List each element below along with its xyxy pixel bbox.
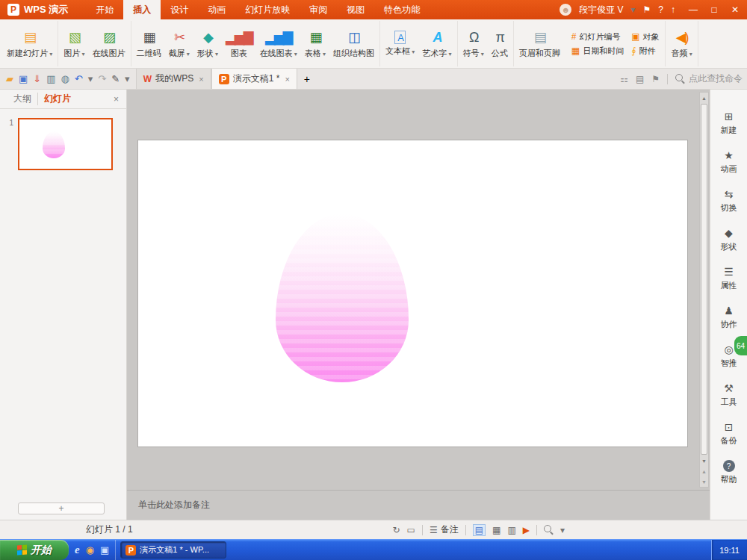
canvas-scrollbar[interactable] bbox=[699, 92, 709, 488]
start-button[interactable]: 开始 bbox=[0, 540, 69, 560]
ribbon-button[interactable]: 图片 bbox=[60, 26, 88, 61]
explorer-icon[interactable] bbox=[100, 544, 109, 556]
document-tab[interactable]: 演示文稿1 * bbox=[211, 69, 297, 89]
ribbon-button[interactable]: 新建幻灯片 bbox=[3, 26, 56, 61]
document-tab[interactable]: 我的WPS bbox=[136, 69, 211, 89]
screen-icon[interactable] bbox=[407, 525, 415, 535]
uptop-icon[interactable] bbox=[671, 4, 675, 15]
maximize-icon[interactable] bbox=[704, 0, 725, 19]
sidebar-item[interactable]: 切换 bbox=[721, 188, 737, 227]
caret-down-icon[interactable] bbox=[125, 73, 130, 84]
redo-icon[interactable] bbox=[98, 73, 106, 84]
sidebar-item[interactable]: 动画 bbox=[721, 149, 737, 188]
sidebar-item[interactable]: 帮助 bbox=[721, 460, 737, 499]
reading-view-icon[interactable] bbox=[507, 525, 515, 535]
slide-canvas[interactable] bbox=[138, 140, 687, 447]
share-icon[interactable] bbox=[620, 74, 628, 84]
save-icon[interactable] bbox=[19, 73, 28, 84]
ribbon-button[interactable]: 附件 bbox=[631, 46, 659, 57]
ribbon-button[interactable]: 音频 bbox=[667, 26, 695, 61]
command-search[interactable]: 点此查找命令 bbox=[675, 72, 743, 85]
play-icon[interactable] bbox=[523, 525, 530, 535]
next-slide-icon[interactable] bbox=[700, 476, 708, 487]
skin-icon[interactable] bbox=[643, 4, 651, 15]
egg-shape[interactable] bbox=[276, 214, 409, 382]
menu-tab[interactable]: 审阅 bbox=[300, 0, 337, 19]
notes-bar[interactable]: 单击此处添加备注 bbox=[127, 490, 710, 520]
scroll-up-icon[interactable] bbox=[700, 93, 708, 103]
flag-icon[interactable] bbox=[651, 74, 660, 84]
scroll-down-icon[interactable] bbox=[700, 455, 708, 466]
ribbon-button[interactable]: 文本框 bbox=[382, 28, 418, 59]
sidebar-item[interactable]: 协作 bbox=[721, 305, 737, 343]
close-tab-icon[interactable] bbox=[285, 75, 289, 84]
scrollbar-thumb[interactable] bbox=[701, 104, 707, 455]
ribbon-button[interactable]: 组织结构图 bbox=[329, 26, 378, 61]
ribbon-button[interactable]: 形状 bbox=[193, 26, 222, 61]
ribbon-button[interactable]: 表格 bbox=[301, 26, 329, 61]
ribbon-button[interactable]: 幻灯片编号 bbox=[571, 31, 624, 43]
taskbar-task-button[interactable]: 演示文稿1 * - WP... bbox=[120, 541, 226, 559]
sidebar-item-label: 协作 bbox=[721, 319, 737, 330]
menu-tab[interactable]: 动画 bbox=[198, 0, 235, 19]
user-name[interactable]: 段宇俊亚 V bbox=[579, 4, 623, 16]
ribbon-button[interactable]: 日期和时间 bbox=[571, 46, 624, 57]
folder-open-icon[interactable] bbox=[6, 73, 13, 84]
media-icon[interactable] bbox=[86, 544, 94, 556]
ribbon-button[interactable]: 公式 bbox=[488, 26, 512, 61]
slide-thumbnail[interactable] bbox=[18, 118, 113, 170]
notes-toggle[interactable]: 备注 bbox=[430, 523, 459, 536]
minimize-icon[interactable] bbox=[683, 0, 704, 19]
ribbon-button[interactable]: 页眉和页脚 bbox=[515, 26, 564, 61]
menu-tab[interactable]: 设计 bbox=[161, 0, 198, 19]
sidebar-item[interactable]: 工具 bbox=[721, 382, 737, 421]
panel-icon[interactable] bbox=[636, 74, 644, 84]
add-slide-button[interactable]: + bbox=[18, 503, 105, 514]
caret-down-icon[interactable] bbox=[631, 4, 636, 15]
sync-icon[interactable] bbox=[393, 525, 400, 535]
ribbon-button[interactable]: 艺术字 bbox=[418, 26, 455, 61]
sorter-view-icon[interactable] bbox=[492, 525, 500, 535]
ribbon-button[interactable]: 在线图表 bbox=[256, 26, 301, 61]
ribbon-button[interactable]: 图表 bbox=[222, 26, 256, 61]
sidebar-item[interactable]: 新建 bbox=[721, 111, 737, 149]
menu-tab[interactable]: 插入 bbox=[123, 0, 161, 19]
new-slide-icon bbox=[24, 28, 35, 46]
menu-tab[interactable]: 视图 bbox=[337, 0, 374, 19]
ie-icon[interactable] bbox=[75, 544, 80, 556]
menu-tab[interactable]: 特色功能 bbox=[374, 0, 430, 19]
sidebar-item[interactable]: 形状 bbox=[721, 227, 737, 266]
ribbon-button[interactable]: 符号 bbox=[459, 26, 488, 61]
caret-down-icon[interactable] bbox=[88, 73, 93, 84]
caret-down-icon[interactable] bbox=[560, 525, 565, 535]
print-preview-icon[interactable] bbox=[61, 73, 69, 84]
panel-tab[interactable]: 幻灯片 bbox=[37, 93, 77, 105]
smart-badge[interactable]: 64 bbox=[734, 336, 747, 355]
wpp-doc-icon bbox=[219, 74, 229, 84]
ribbon-button[interactable]: 在线图片 bbox=[89, 26, 129, 61]
normal-view-icon[interactable] bbox=[473, 524, 486, 536]
menu-tab[interactable]: 幻灯片放映 bbox=[235, 0, 300, 19]
ribbon-button[interactable]: 截屏 bbox=[165, 26, 193, 61]
ribbon-button[interactable]: 对象 bbox=[631, 31, 659, 43]
clock[interactable]: 19:11 bbox=[719, 546, 740, 555]
close-icon[interactable] bbox=[725, 0, 746, 19]
pen-icon[interactable] bbox=[111, 73, 120, 84]
prev-slide-icon[interactable] bbox=[700, 466, 708, 476]
menu-tab[interactable]: 开始 bbox=[86, 0, 123, 19]
close-tab-icon[interactable] bbox=[199, 75, 203, 84]
title-bar: P WPS 演示 开始 插入 设计 动画 幻灯片放映 审阅 视图 特色功能 bbox=[0, 0, 747, 19]
undo-icon[interactable] bbox=[75, 73, 83, 84]
sidebar-item[interactable]: 属性 bbox=[721, 266, 737, 305]
close-panel-icon[interactable] bbox=[114, 94, 119, 105]
ribbon-button-label: 表格 bbox=[305, 48, 326, 59]
print-icon[interactable] bbox=[46, 73, 55, 84]
sidebar-item[interactable]: 备份 bbox=[721, 421, 737, 460]
new-tab-button[interactable]: + bbox=[297, 69, 317, 89]
zoom-icon[interactable] bbox=[544, 525, 554, 535]
help-icon[interactable] bbox=[658, 4, 663, 15]
ribbon-button[interactable]: 二维码 bbox=[133, 26, 165, 61]
window-controls bbox=[683, 0, 746, 19]
panel-tab[interactable]: 大纲 bbox=[7, 93, 37, 105]
export-pdf-icon[interactable] bbox=[33, 73, 41, 84]
